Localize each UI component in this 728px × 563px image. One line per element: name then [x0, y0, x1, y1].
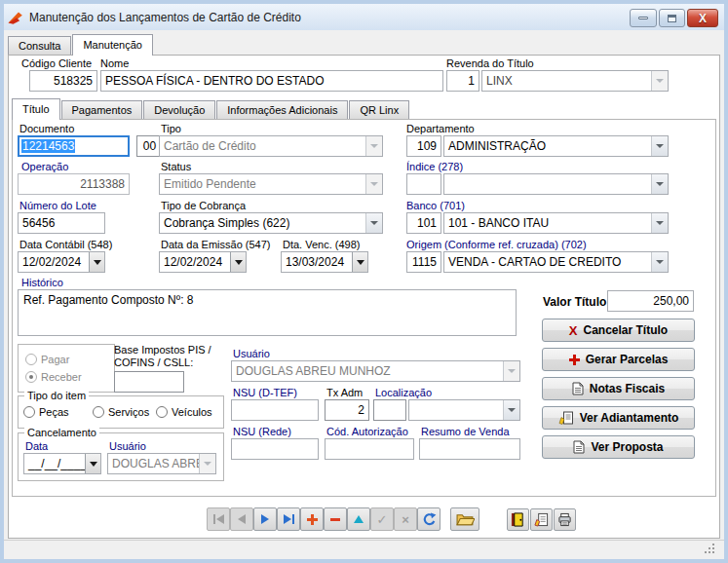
nav-next-button[interactable]: [253, 507, 277, 531]
data-contabil-value: 12/02/2024: [19, 252, 89, 272]
tab-pagamentos[interactable]: Pagamentos: [61, 100, 143, 119]
codigo-cliente-field[interactable]: 518325: [29, 70, 97, 92]
tipo-cobranca-combo[interactable]: Cobrança Simples (622): [159, 212, 383, 234]
radio-servicos[interactable]: Serviços: [93, 406, 149, 418]
tab-qr-linx[interactable]: QR Linx: [349, 100, 409, 119]
tab-manutencao[interactable]: Manutenção: [72, 34, 153, 56]
documento-label: Documento: [19, 123, 74, 134]
first-icon: [216, 514, 224, 524]
revenda-label: Revenda do Título: [446, 57, 534, 69]
banco-combo[interactable]: 101 - BANCO ITAU: [443, 212, 669, 234]
edit-documents-button[interactable]: [530, 508, 553, 531]
base-impostos-field[interactable]: [114, 371, 184, 393]
cancelamento-data-value: __/__/____: [24, 454, 85, 473]
resumo-venda-field[interactable]: [419, 438, 520, 460]
edit-triangle-icon: [354, 515, 364, 523]
cancelar-titulo-button[interactable]: X Cancelar Título: [542, 319, 695, 342]
veiculos-label: Veículos: [172, 406, 212, 418]
nsu-dtef-field[interactable]: [231, 399, 319, 421]
chevron-down-icon: [365, 174, 382, 194]
cod-autorizacao-field[interactable]: [325, 438, 414, 460]
exit-door-icon: [511, 512, 525, 527]
localizacao-combo[interactable]: [408, 399, 520, 421]
data-venc-picker[interactable]: 13/03/2024: [281, 251, 368, 273]
revenda-combo[interactable]: LINX: [481, 70, 669, 92]
indice-code-field[interactable]: [406, 173, 441, 195]
tab-consulta[interactable]: Consulta: [8, 36, 71, 55]
operacao-field: 2113388: [18, 173, 130, 195]
banco-code-field[interactable]: 101: [406, 212, 441, 234]
tipo-cobranca-value: Cobrança Simples (622): [160, 213, 365, 233]
nsu-rede-field[interactable]: [231, 438, 319, 460]
app-logo-icon: [8, 10, 23, 25]
status-bar: [4, 540, 724, 559]
maximize-button[interactable]: [659, 9, 685, 27]
operacao-value: 2113388: [80, 177, 125, 191]
print-button[interactable]: [554, 508, 576, 531]
documento-field[interactable]: 12214563: [18, 135, 130, 157]
resize-grip-icon[interactable]: [712, 551, 714, 553]
nome-field[interactable]: PESSOA FÍSICA - DENTRO DO ESTADO: [100, 70, 443, 92]
ver-proposta-button[interactable]: Ver Proposta: [542, 435, 695, 459]
status-combo[interactable]: Emitido Pendente: [159, 173, 383, 195]
nome-value: PESSOA FÍSICA - DENTRO DO ESTADO: [105, 74, 324, 88]
chevron-down-icon: [651, 213, 668, 233]
nav-last-button[interactable]: [277, 507, 300, 531]
exit-button[interactable]: [507, 508, 529, 531]
banco-value: 101 - BANCO ITAU: [444, 213, 651, 233]
chevron-down-icon: [503, 400, 519, 420]
historico-label: Histórico: [21, 277, 63, 288]
radio-circle-icon: [23, 406, 35, 418]
print-icon: [557, 512, 572, 527]
nav-delete-button[interactable]: [324, 507, 347, 531]
radio-veiculos[interactable]: Veículos: [156, 406, 212, 418]
close-button[interactable]: X: [687, 9, 718, 27]
localizacao-label: Localização: [375, 387, 432, 398]
tx-adm-label: Tx Adm: [326, 387, 363, 398]
nav-refresh-button[interactable]: [417, 507, 441, 531]
gerar-parcelas-label: Gerar Parcelas: [586, 353, 669, 366]
tab-devolucao[interactable]: Devolução: [143, 100, 215, 119]
localizacao-code-field[interactable]: [373, 399, 406, 421]
tab-informacoes-adicionais[interactable]: Informações Adicionais: [216, 100, 348, 119]
next-icon: [261, 514, 269, 524]
historico-memo[interactable]: Ref. Pagamento Composto Nº: 8: [18, 289, 517, 336]
data-contabil-label: Data Contábil (548): [19, 239, 112, 250]
usuario-label: Usuário: [233, 348, 270, 359]
open-folder-button[interactable]: [450, 507, 479, 531]
nav-first-button: [207, 507, 230, 531]
calendar-dropdown-icon: [230, 252, 246, 272]
valor-titulo-field[interactable]: 250,00: [607, 290, 694, 312]
localizacao-value: [409, 400, 503, 420]
origem-value: VENDA - CARTAO DE CREDITO: [444, 252, 651, 272]
insert-plus-icon: [307, 514, 318, 525]
origem-code-field[interactable]: 1115: [406, 251, 441, 273]
tx-adm-field[interactable]: 2: [325, 399, 369, 421]
data-contabil-picker[interactable]: 12/02/2024: [18, 251, 105, 273]
numero-lote-field[interactable]: 56456: [18, 212, 105, 234]
ver-adiantamento-button[interactable]: Ver Adiantamento: [542, 406, 695, 430]
origem-combo[interactable]: VENDA - CARTAO DE CREDITO: [443, 251, 669, 273]
valor-titulo-label: Valor Título: [543, 295, 606, 309]
tipo-combo[interactable]: Cartão de Crédito: [159, 135, 383, 157]
documento-value: 12214563: [21, 139, 75, 153]
radio-pecas[interactable]: Peças: [23, 406, 69, 418]
tab-titulo[interactable]: Título: [12, 98, 60, 120]
tx-adm-value: 2: [358, 403, 364, 417]
notas-fiscais-button[interactable]: Notas Fiscais: [542, 377, 695, 400]
cancelamento-data-label: Data: [25, 440, 48, 452]
close-icon: X: [699, 13, 707, 24]
departamento-combo[interactable]: ADMINISTRAÇÃO: [443, 135, 669, 157]
cancelamento-data-picker[interactable]: __/__/____: [23, 453, 101, 474]
chevron-down-icon: [651, 71, 668, 91]
departamento-code-field[interactable]: 109: [406, 135, 441, 157]
nav-insert-button[interactable]: [300, 507, 324, 531]
indice-combo[interactable]: [443, 173, 669, 195]
revenda-code-field[interactable]: 1: [446, 70, 479, 92]
banco-label: Banco (701): [406, 200, 465, 211]
data-emissao-picker[interactable]: 12/02/2024: [159, 251, 247, 273]
nav-edit-button[interactable]: [347, 507, 370, 531]
gerar-parcelas-button[interactable]: Gerar Parcelas: [542, 348, 695, 371]
minimize-button[interactable]: [630, 9, 657, 27]
title-bar: Manutenção dos Lançamentos de Cartão de …: [4, 4, 724, 30]
